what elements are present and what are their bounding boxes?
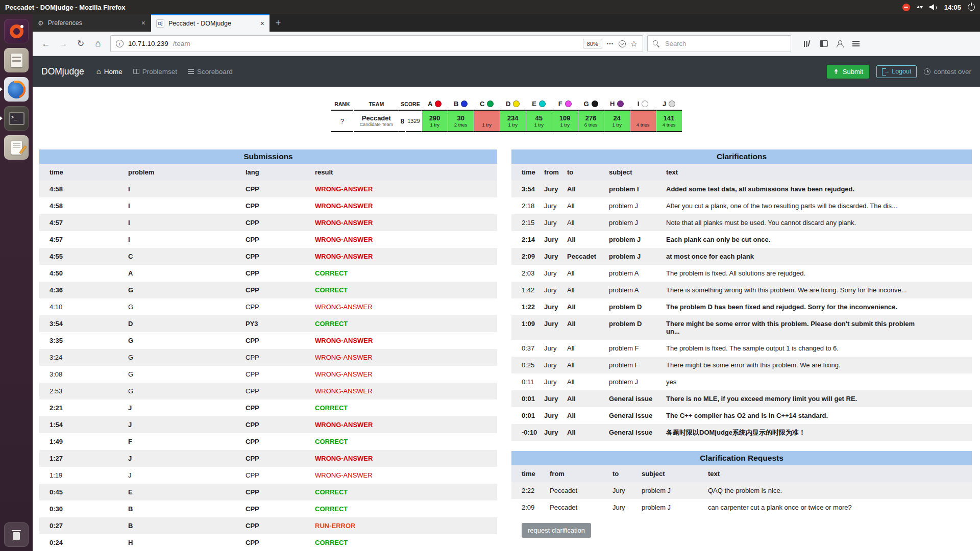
brand[interactable]: DOMjudge — [41, 66, 84, 77]
pocket-icon[interactable] — [619, 40, 626, 47]
session-menu-icon[interactable] — [968, 4, 975, 11]
submission-row[interactable]: 4:57 I CPP WRONG-ANSWER — [39, 214, 497, 231]
clarification-row[interactable]: 2:15 Jury All problem J Note that all pl… — [511, 214, 972, 231]
balloon-icon — [669, 101, 675, 107]
clarification-to: All — [564, 390, 606, 407]
submission-row[interactable]: 4:55 C CPP WRONG-ANSWER — [39, 248, 497, 265]
clarification-row[interactable]: 2:09 Jury Peccadet problem J at most onc… — [511, 248, 972, 265]
clarification-row[interactable]: 0:11 Jury All problem J yes — [511, 373, 972, 390]
scoreboard-problem-header[interactable]: H — [604, 98, 630, 111]
scoreboard-problem-header[interactable]: B — [448, 98, 474, 111]
new-tab-button[interactable] — [270, 14, 287, 32]
submission-row[interactable]: 3:35 G CPP WRONG-ANSWER — [39, 332, 497, 349]
close-icon[interactable] — [260, 19, 264, 28]
volume-icon[interactable] — [929, 4, 938, 11]
account-icon[interactable] — [837, 40, 844, 47]
zoom-indicator[interactable]: 80% — [583, 39, 602, 48]
submission-row[interactable]: 2:21 J CPP CORRECT — [39, 399, 497, 416]
clarification-row[interactable]: 0:01 Jury All General issue The C++ comp… — [511, 407, 972, 424]
clarification-text: Added some test data, all submissions ha… — [663, 181, 972, 197]
nav-item-problemset[interactable]: Problemset — [133, 68, 177, 76]
url-bar[interactable]: 10.71.10.239 /team 80% — [110, 35, 643, 52]
forward-button[interactable] — [55, 36, 71, 52]
clock[interactable]: 14:05 — [944, 4, 961, 11]
back-button[interactable] — [38, 36, 54, 52]
launcher-item-files[interactable] — [0, 48, 33, 72]
submission-row[interactable]: 0:27 B CPP RUN-ERROR — [39, 517, 497, 534]
launcher-item-terminal[interactable] — [0, 106, 33, 131]
submission-row[interactable]: 4:58 I CPP WRONG-ANSWER — [39, 181, 497, 197]
search-input[interactable] — [664, 39, 786, 48]
home-button[interactable] — [90, 36, 106, 52]
submission-row[interactable]: 1:19 J CPP WRONG-ANSWER — [39, 467, 497, 484]
clarification-row[interactable]: 0:25 Jury All problem F There might be s… — [511, 357, 972, 373]
do-not-disturb-icon[interactable] — [902, 4, 910, 11]
scoreboard-problem-header[interactable]: D — [500, 98, 526, 111]
submission-row[interactable]: 1:27 J CPP WRONG-ANSWER — [39, 450, 497, 467]
clarification-from: Jury — [541, 390, 564, 407]
nav-item-scoreboard[interactable]: Scoreboard — [188, 68, 233, 76]
submission-row[interactable]: 2:53 G CPP WRONG-ANSWER — [39, 383, 497, 399]
launcher-item-trash[interactable] — [0, 522, 33, 547]
clarification-row[interactable]: 3:54 Jury All problem I Added some test … — [511, 181, 972, 197]
terminal-icon — [9, 112, 24, 125]
clarification-subject: problem F — [606, 340, 663, 357]
network-traffic-icon[interactable] — [917, 5, 923, 9]
tab-domjudge[interactable]: Peccadet - DOMjudge — [151, 14, 270, 32]
site-info-icon[interactable] — [116, 40, 124, 47]
submission-row[interactable]: 4:10 G CPP WRONG-ANSWER — [39, 298, 497, 315]
clarification-request-row[interactable]: 2:09 Peccadet Jury problem J can carpent… — [511, 499, 972, 516]
close-icon[interactable] — [141, 19, 145, 27]
clarification-row[interactable]: 2:14 Jury All problem J Each plank can o… — [511, 231, 972, 248]
scoreboard-problem-header[interactable]: F — [552, 98, 578, 111]
reload-button[interactable] — [72, 36, 89, 52]
nav-item-home[interactable]: Home — [96, 67, 122, 76]
clarification-row[interactable]: 2:03 Jury All problem A The problem is f… — [511, 265, 972, 282]
submission-row[interactable]: 0:30 B CPP CORRECT — [39, 500, 497, 517]
hamburger-menu-icon[interactable] — [852, 41, 860, 46]
scoreboard-problem-header[interactable]: C — [474, 98, 500, 111]
bookmark-star-icon[interactable] — [630, 39, 638, 48]
clarification-row[interactable]: 1:42 Jury All problem A There is somethi… — [511, 282, 972, 298]
submission-row[interactable]: 4:58 I CPP WRONG-ANSWER — [39, 197, 497, 214]
launcher-item-ubuntu[interactable] — [0, 19, 33, 43]
scoreboard-problem-header[interactable]: J — [656, 98, 682, 111]
clarification-text: There is something wrong with this probl… — [663, 282, 972, 298]
request-clarification-button[interactable]: request clarification — [522, 523, 591, 538]
clarification-row[interactable]: 0:01 Jury All General issue There is no … — [511, 390, 972, 407]
clarification-row[interactable]: 0:37 Jury All problem F The problem is f… — [511, 340, 972, 357]
scoreboard-problem-header[interactable]: E — [526, 98, 552, 111]
submission-row[interactable]: 0:24 H CPP CORRECT — [39, 534, 497, 551]
scoreboard-problem-header[interactable]: I — [630, 98, 656, 111]
clarification-request-row[interactable]: 2:22 Peccadet Jury problem J QAQ the pro… — [511, 482, 972, 499]
launcher-item-text-editor[interactable] — [0, 135, 33, 160]
clarification-time: -0:10 — [511, 424, 541, 441]
clarification-row[interactable]: 1:09 Jury All problem D There might be s… — [511, 315, 972, 340]
submission-row[interactable]: 3:24 G CPP WRONG-ANSWER — [39, 349, 497, 366]
scoreboard-problem-header[interactable]: A — [422, 98, 448, 111]
submission-row[interactable]: 4:36 G CPP CORRECT — [39, 282, 497, 298]
launcher-item-firefox[interactable] — [0, 77, 33, 102]
clarification-row[interactable]: 1:22 Jury All problem D The problem D ha… — [511, 298, 972, 315]
clarification-row[interactable]: -0:10 Jury All General issue 各题时限以DOMjud… — [511, 424, 972, 441]
logout-button[interactable]: Logout — [876, 65, 917, 78]
clarifications-header-row: time from to subject text — [511, 164, 972, 181]
submission-row[interactable]: 3:08 G CPP WRONG-ANSWER — [39, 366, 497, 383]
submission-row[interactable]: 4:57 I CPP WRONG-ANSWER — [39, 231, 497, 248]
submission-row[interactable]: 0:45 E CPP CORRECT — [39, 484, 497, 500]
submission-lang: CPP — [242, 517, 312, 534]
submit-button[interactable]: Submit — [827, 65, 869, 79]
library-icon[interactable] — [803, 40, 811, 47]
search-bar[interactable] — [647, 35, 791, 52]
clarification-row[interactable]: 2:18 Jury All problem J After you cut a … — [511, 197, 972, 214]
sidebar-icon[interactable] — [820, 40, 828, 47]
scoreboard-problem-header[interactable]: G — [578, 98, 604, 111]
page-actions-icon[interactable] — [607, 41, 614, 46]
scoreboard-problem-cell: 24 1 try — [604, 111, 630, 132]
submission-row[interactable]: 4:50 A CPP CORRECT — [39, 265, 497, 282]
submission-row[interactable]: 3:54 D PY3 CORRECT — [39, 315, 497, 332]
submission-row[interactable]: 1:54 J CPP WRONG-ANSWER — [39, 416, 497, 433]
tab-label: Preferences — [48, 19, 137, 27]
tab-preferences[interactable]: Preferences — [33, 14, 151, 32]
submission-row[interactable]: 1:49 F CPP CORRECT — [39, 433, 497, 450]
